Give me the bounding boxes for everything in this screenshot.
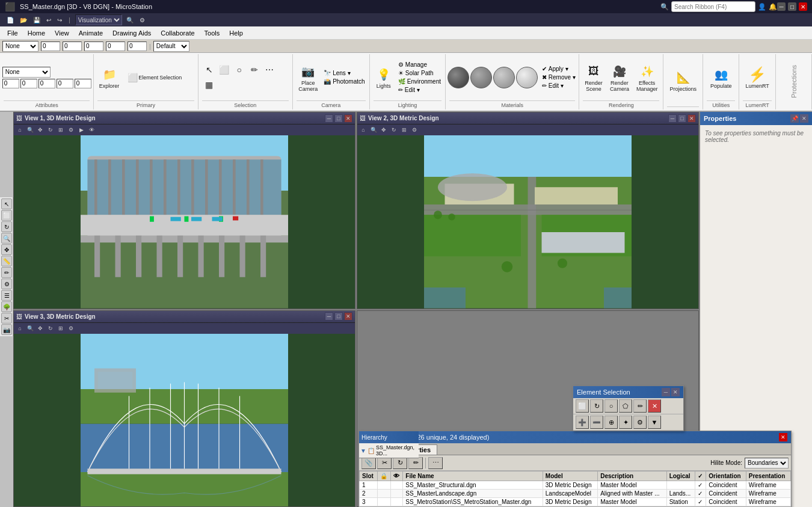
elem-tool-select[interactable]: ⬜ (576, 399, 589, 413)
ltool-measure[interactable]: 📏 (1, 256, 12, 266)
ltool-tree[interactable]: 🌳 (1, 301, 12, 312)
sel-lasso-btn[interactable]: ✏ (247, 63, 262, 77)
table-row[interactable]: 1 SS_Master_Structural.dgn 3D Metric Des… (360, 481, 791, 490)
v1t-zoom-in[interactable]: 🔍 (25, 125, 35, 135)
props-pin[interactable]: 📌 (790, 114, 799, 123)
refs-attach-btn[interactable]: 📎 (361, 457, 376, 469)
menu-file[interactable]: File (2, 28, 23, 38)
edit-material-button[interactable]: ✏ Edit ▾ (540, 82, 577, 90)
sel-more-btn[interactable]: ⋯ (262, 63, 277, 77)
ltool-element[interactable]: ⬜ (1, 210, 12, 221)
elem-tool-subtract[interactable]: ➖ (590, 416, 603, 429)
v1t-fit[interactable]: ⊞ (56, 125, 66, 135)
v3t-settings[interactable]: ⚙ (66, 324, 76, 333)
elem-tool-circle[interactable]: ○ (604, 399, 618, 413)
ltool-select[interactable]: ↖ (1, 198, 12, 209)
view1-minimize[interactable]: ─ (325, 114, 333, 123)
sel-arrow-btn[interactable]: ↖ (202, 63, 217, 77)
view1-close[interactable]: ✕ (344, 114, 352, 123)
menu-home[interactable]: Home (23, 28, 50, 38)
ltool-layers[interactable]: ☰ (1, 290, 12, 301)
elem-tool-add[interactable]: ➕ (576, 416, 589, 429)
v2t-pan[interactable]: ✥ (379, 125, 389, 135)
view3-minimize[interactable]: ─ (325, 312, 333, 321)
menu-collaborate[interactable]: Collaborate (156, 28, 199, 38)
environment-button[interactable]: 🌿 Environment (396, 78, 443, 85)
search-input[interactable] (671, 1, 755, 12)
lens-button[interactable]: 🔭 Lens ▾ (322, 69, 366, 77)
v1t-pan[interactable]: ✥ (35, 125, 45, 135)
attr-r0[interactable] (2, 79, 19, 88)
qa-save[interactable]: 💾 (31, 16, 42, 24)
qa-search[interactable]: 🔍 (125, 16, 135, 24)
elem-tool-down[interactable]: ▼ (648, 416, 661, 429)
elem-tool-rotate[interactable]: ↻ (590, 399, 603, 413)
menu-drawing-aids[interactable]: Drawing Aids (108, 28, 156, 38)
manage-button[interactable]: ⚙ Manage (396, 61, 443, 69)
elem-tool-clear[interactable]: ✕ (648, 399, 661, 413)
props-close[interactable]: ✕ (800, 114, 808, 123)
v3t-zoom[interactable]: 🔍 (25, 324, 35, 333)
elem-tool-star[interactable]: ✦ (619, 416, 632, 429)
attr-r1[interactable] (20, 79, 37, 88)
view1-maximize[interactable]: □ (334, 114, 343, 123)
apply-material-button[interactable]: ✔ Apply ▾ (540, 65, 577, 73)
elem-tool-lasso[interactable]: ✏ (633, 399, 647, 413)
solar-path-button[interactable]: ☀ Solar Path (396, 69, 443, 77)
attr-input-2[interactable] (84, 41, 103, 51)
elem-close[interactable]: ✕ (671, 388, 680, 396)
sel-box-btn[interactable]: ⬜ (217, 63, 232, 77)
ltool-annotate[interactable]: ✏ (1, 267, 12, 278)
ltool-rotate[interactable]: ↻ (1, 221, 12, 232)
attr-input-0[interactable] (41, 41, 60, 51)
refs-detach-btn[interactable]: ✂ (377, 457, 392, 469)
visualization-dropdown[interactable]: Visualization (75, 14, 122, 25)
remove-material-button[interactable]: ✖ Remove ▾ (540, 73, 577, 81)
attr-r3[interactable] (57, 79, 73, 88)
lights-button[interactable]: 💡 Lights (372, 64, 395, 91)
table-row[interactable]: 2 SS_MasterLandscape.dgn LandscapeModel … (360, 490, 791, 498)
view2-minimize[interactable]: ─ (668, 114, 677, 123)
projections-button[interactable]: 📐 Projections (667, 67, 700, 94)
view2-maximize[interactable]: □ (678, 114, 686, 123)
render-scene-button[interactable]: 🖼 Render Scene (582, 61, 606, 94)
sel-extra-btn[interactable]: ▦ (202, 78, 217, 92)
sel-circle-btn[interactable]: ○ (232, 63, 247, 77)
attr-r4[interactable] (75, 79, 91, 88)
qa-redo[interactable]: ↪ (55, 16, 64, 24)
qa-settings[interactable]: ⚙ (138, 16, 147, 24)
menu-help[interactable]: Help (224, 28, 248, 38)
render-camera-button[interactable]: 🎥 Render Camera (607, 61, 632, 94)
attr-input-3[interactable] (106, 41, 125, 51)
elem-minimize[interactable]: ─ (662, 388, 670, 396)
v1t-render[interactable]: ▶ (76, 125, 86, 135)
attr-input-1[interactable] (63, 41, 82, 51)
v3t-pan[interactable]: ✥ (35, 324, 45, 333)
edit-lighting-button[interactable]: ✏ Edit ▾ (396, 86, 443, 94)
elem-tool-settings[interactable]: ⚙ (633, 416, 647, 429)
explorer-button[interactable]: 📁 Explorer (96, 64, 123, 91)
v1t-rotate[interactable]: ↻ (46, 125, 55, 135)
place-camera-button[interactable]: 📷 Place Camera (295, 61, 321, 94)
v1t-home[interactable]: ⌂ (15, 125, 25, 135)
attr-r2[interactable] (38, 79, 55, 88)
selection-dropdown[interactable]: None (2, 41, 38, 52)
element-selection-button[interactable]: ⬜ Element Selection (123, 70, 195, 85)
ltool-settings[interactable]: ⚙ (1, 278, 12, 289)
v3t-home[interactable]: ⌂ (15, 324, 25, 333)
ltool-section[interactable]: ✂ (1, 313, 12, 324)
view2-close[interactable]: ✕ (687, 114, 696, 123)
refs-edit-btn[interactable]: ✏ (408, 457, 423, 469)
lumenrt-button[interactable]: ⚡ LumenRT (742, 64, 772, 91)
maximize-button[interactable]: □ (788, 2, 796, 11)
v2t-home[interactable]: ⌂ (358, 125, 368, 135)
v2t-fit[interactable]: ⊞ (399, 125, 409, 135)
menu-animate[interactable]: Animate (74, 28, 108, 38)
view3-close[interactable]: ✕ (344, 312, 352, 321)
refs-close-button[interactable]: ✕ (779, 433, 787, 441)
attr-none-select[interactable]: None (2, 67, 51, 78)
menu-tools[interactable]: Tools (200, 28, 225, 38)
v3t-fit[interactable]: ⊞ (56, 324, 66, 333)
close-button[interactable]: ✕ (799, 2, 807, 11)
ltool-zoom[interactable]: 🔍 (1, 233, 12, 244)
